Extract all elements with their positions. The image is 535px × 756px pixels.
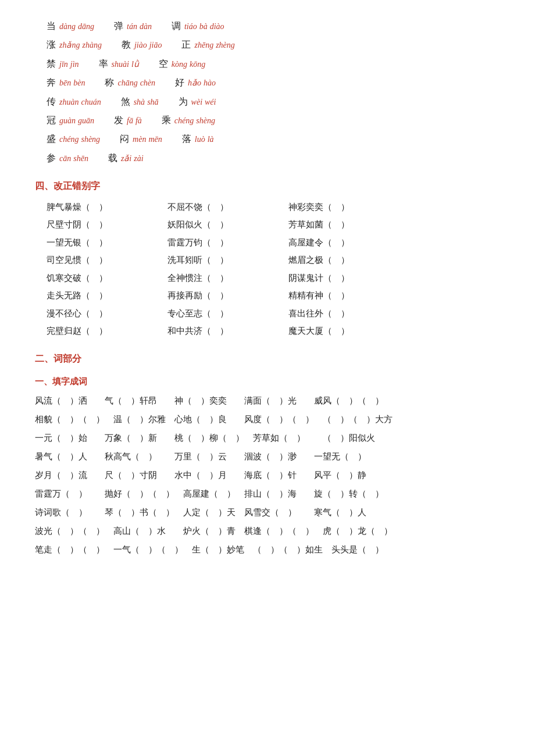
pinyin-group: 弹tándàn xyxy=(114,17,154,35)
correction-item: 喜出往外（ ） xyxy=(288,305,405,322)
pinyin-group: 禁jīnjìn xyxy=(47,55,81,73)
pinyin-group: 参cānshēn xyxy=(47,149,91,167)
pinyin-reading: zǎi xyxy=(121,151,131,167)
fill-row: 岁月（ ）流 尺（ ）寸阴 水中（ ）月 海底（ ）针 风平（ ）静 xyxy=(35,466,500,484)
correction-row: 走头无路（ ）再接再励（ ）精精有神（ ） xyxy=(47,287,500,304)
correction-item: 专心至志（ ） xyxy=(167,305,284,322)
correction-row: 脾气暴燥（ ）不屈不饶（ ）神彩奕奕（ ） xyxy=(47,199,500,216)
correction-item: 和中共济（ ） xyxy=(167,323,284,340)
correction-row: 一望无银（ ）雷霆万钧（ ）高屋建令（ ） xyxy=(47,234,500,251)
pinyin-reading: fā xyxy=(127,113,133,129)
correction-item: 芳草如菌（ ） xyxy=(288,216,405,233)
fill-row-text: 波光（ ）（ ） 高山（ ）水 炉火（ ）青 棋逢（ ）（ ） 虎（ ）龙（ ） xyxy=(35,522,393,540)
correction-phrase: 高屋建令（ ） xyxy=(288,234,349,251)
fill-row-text: 暑气（ ）人 秋高气（ ） 万里（ ）云 涸波（ ）渺 一望无（ ） xyxy=(35,448,366,465)
pinyin-reading: dāng xyxy=(78,19,94,35)
correction-phrase: 司空见惯（ ） xyxy=(47,252,108,269)
correction-phrase: 燃眉之极（ ） xyxy=(288,252,349,269)
chinese-char: 称 xyxy=(105,74,114,91)
ci-section-title: 二、词部分 xyxy=(35,350,500,368)
pinyin-reading: fà xyxy=(135,113,142,129)
pinyin-reading: jīn xyxy=(59,57,68,73)
pinyin-reading: shà xyxy=(134,95,145,110)
chinese-char: 为 xyxy=(179,93,188,110)
pinyin-group: 率shuàilǜ xyxy=(99,55,141,73)
correction-phrase: 一望无银（ ） xyxy=(47,234,108,251)
fill-grid: 风流（ ）洒 气（ ）轩昂 神（ ）奕奕 满面（ ）光 威风（ ）（ ）相貌（ … xyxy=(35,392,500,558)
pinyin-group: 涨zhǎngzhàng xyxy=(47,36,104,54)
correction-section: 四、改正错别字 脾气暴燥（ ）不屈不饶（ ）神彩奕奕（ ）尺壁寸阴（ ）妖阳似火… xyxy=(35,177,500,339)
pinyin-reading: mèn xyxy=(133,132,146,148)
pinyin-group: 正zhēngzhèng xyxy=(181,36,237,54)
fill-row: 笔走（ ）（ ） 一气（ ）（ ） 生（ ）妙笔 （ ）（ ）如生 头头是（ ） xyxy=(35,541,500,558)
correction-title: 四、改正错别字 xyxy=(35,177,500,195)
correction-item: 不屈不饶（ ） xyxy=(167,199,284,216)
pinyin-group: 好hǎohào xyxy=(175,74,218,91)
fill-row: 诗词歌（ ） 琴（ ）书（ ） 人定（ ）天 风雪交（ ） 寒气（ ）人 xyxy=(35,504,500,521)
pinyin-reading: shèng xyxy=(196,113,215,129)
pinyin-reading: chāng xyxy=(117,76,137,91)
pinyin-reading: bà xyxy=(199,19,208,35)
pinyin-row: 传zhuànchuán煞shàshā为wèiwéi xyxy=(35,93,500,110)
pinyin-reading: hǎo xyxy=(188,76,201,91)
fill-row-text: 一元（ ）始 万象（ ）新 桃（ ）柳（ ） 芳草如（ ） （ ）阳似火 xyxy=(35,429,375,447)
fill-row-text: 风流（ ）洒 气（ ）轩昂 神（ ）奕奕 满面（ ）光 威风（ ）（ ） xyxy=(35,392,384,409)
pinyin-reading: lǜ xyxy=(131,57,139,73)
fill-row-text: 笔走（ ）（ ） 一气（ ）（ ） 生（ ）妙笔 （ ）（ ）如生 头头是（ ） xyxy=(35,541,384,558)
pinyin-group: 载zǎizài xyxy=(108,149,146,167)
pinyin-reading: shèng xyxy=(81,132,100,148)
correction-phrase: 专心至志（ ） xyxy=(167,305,229,322)
correction-item: 魔天大厦（ ） xyxy=(288,323,405,340)
correction-phrase: 完壁归赵（ ） xyxy=(47,323,108,340)
pinyin-group: 盛chéngshèng xyxy=(47,130,102,148)
pinyin-reading: jiāo xyxy=(149,38,162,54)
fill-row-text: 雷霆万（ ） 抛好（ ）（ ） 高屋建（ ） 排山（ ）海 旋（ ）转（ ） xyxy=(35,485,384,502)
chinese-char: 奔 xyxy=(47,74,56,91)
correction-item: 阴谋鬼计（ ） xyxy=(288,270,405,287)
correction-phrase: 脾气暴燥（ ） xyxy=(47,199,108,216)
correction-item: 精精有神（ ） xyxy=(288,287,405,304)
pinyin-group: 煞shàshā xyxy=(121,93,161,110)
correction-item: 脾气暴燥（ ） xyxy=(47,199,163,216)
chinese-char: 禁 xyxy=(47,55,56,73)
correction-phrase: 妖阳似火（ ） xyxy=(167,216,229,233)
pinyin-reading: chéng xyxy=(59,132,79,148)
pinyin-row: 奔bēnbèn称chāngchèn好hǎohào xyxy=(35,74,500,91)
correction-item: 妖阳似火（ ） xyxy=(167,216,284,233)
correction-item: 高屋建令（ ） xyxy=(288,234,405,251)
correction-grid: 脾气暴燥（ ）不屈不饶（ ）神彩奕奕（ ）尺壁寸阴（ ）妖阳似火（ ）芳草如菌（… xyxy=(35,199,500,340)
chinese-char: 涨 xyxy=(47,36,56,54)
fill-row: 风流（ ）洒 气（ ）轩昂 神（ ）奕奕 满面（ ）光 威风（ ）（ ） xyxy=(35,392,500,409)
pinyin-reading: zhuàn xyxy=(59,95,79,110)
correction-item: 饥寒交破（ ） xyxy=(47,270,163,287)
pinyin-group: 闷mènmēn xyxy=(120,130,165,148)
pinyin-reading: hào xyxy=(204,76,216,91)
correction-phrase: 再接再励（ ） xyxy=(167,287,229,304)
correction-phrase: 芳草如菌（ ） xyxy=(288,216,349,233)
chinese-char: 调 xyxy=(172,17,181,35)
correction-row: 饥寒交破（ ）全神惯注（ ）阴谋鬼计（ ） xyxy=(47,270,500,287)
correction-row: 尺壁寸阴（ ）妖阳似火（ ）芳草如菌（ ） xyxy=(47,216,500,233)
pinyin-group: 乘chéngshèng xyxy=(162,112,217,129)
correction-phrase: 喜出往外（ ） xyxy=(288,305,349,322)
pinyin-reading: kòng xyxy=(172,57,187,73)
pinyin-reading: diào xyxy=(210,19,224,35)
chinese-char: 好 xyxy=(175,74,184,91)
pinyin-reading: zhàng xyxy=(82,38,101,54)
pinyin-reading: dàng xyxy=(59,19,76,35)
correction-item: 雷霆万钧（ ） xyxy=(167,234,284,251)
pinyin-reading: guān xyxy=(78,113,94,129)
pinyin-row: 冠guànguān发fāfà乘chéngshèng xyxy=(35,112,500,129)
correction-phrase: 尺壁寸阴（ ） xyxy=(47,216,108,233)
correction-item: 再接再励（ ） xyxy=(167,287,284,304)
chinese-char: 发 xyxy=(114,112,123,129)
chinese-char: 传 xyxy=(47,93,56,110)
pinyin-reading: zhēng xyxy=(194,38,213,54)
fill-row-text: 诗词歌（ ） 琴（ ）书（ ） 人定（ ）天 风雪交（ ） 寒气（ ）人 xyxy=(35,504,366,521)
pinyin-group: 传zhuànchuán xyxy=(47,93,104,110)
pinyin-reading: chèn xyxy=(140,76,155,91)
correction-item: 神彩奕奕（ ） xyxy=(288,199,405,216)
correction-phrase: 神彩奕奕（ ） xyxy=(288,199,349,216)
correction-phrase: 和中共济（ ） xyxy=(167,323,229,340)
correction-item: 一望无银（ ） xyxy=(47,234,163,251)
